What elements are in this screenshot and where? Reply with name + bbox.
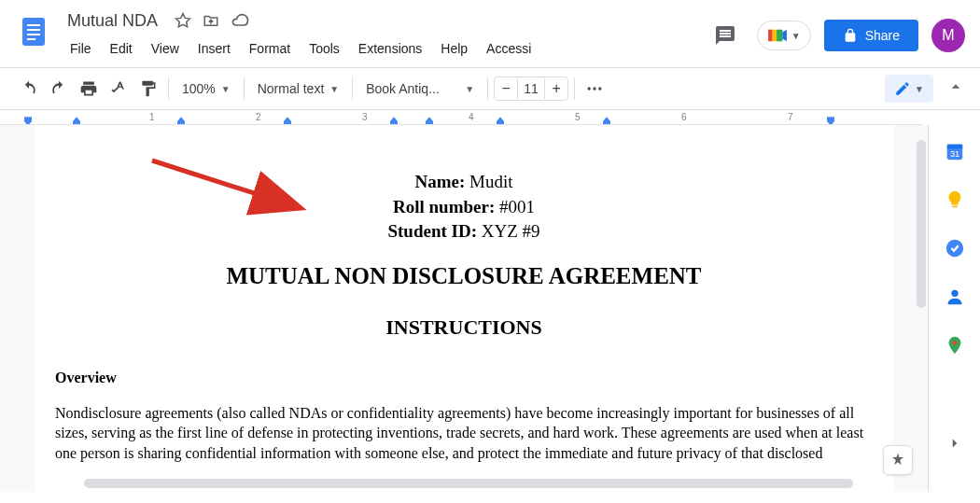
explore-button[interactable] [883, 445, 913, 475]
document-title[interactable]: Mutual NDA [62, 9, 163, 33]
pencil-icon [894, 80, 911, 97]
svg-marker-21 [827, 117, 834, 125]
redo-button[interactable] [45, 75, 73, 103]
move-icon[interactable] [203, 12, 219, 29]
svg-point-11 [593, 87, 595, 90]
svg-rect-0 [22, 18, 45, 46]
chevron-down-icon: ▼ [791, 31, 801, 41]
menu-bar: File Edit View Insert Format Tools Exten… [62, 37, 707, 60]
comment-history-icon[interactable] [707, 17, 744, 54]
svg-marker-16 [284, 117, 291, 125]
svg-marker-5 [176, 14, 190, 27]
svg-rect-7 [772, 30, 777, 42]
doc-instructions-heading[interactable]: INSTRUCTIONS [55, 315, 873, 340]
toolbar: 100%▼ Normal text▼ Book Antiq...▼ − 11 +… [0, 68, 980, 109]
svg-marker-18 [426, 117, 433, 125]
svg-rect-27 [952, 205, 958, 207]
font-size-increase[interactable]: + [545, 77, 567, 100]
svg-rect-4 [27, 38, 35, 40]
menu-help[interactable]: Help [432, 37, 476, 60]
horizontal-scrollbar[interactable] [84, 479, 853, 488]
menu-file[interactable]: File [62, 37, 100, 60]
collapse-toolbar-button[interactable] [946, 77, 965, 100]
side-panel: 31 [928, 125, 980, 492]
svg-marker-15 [177, 117, 185, 125]
menu-extensions[interactable]: Extensions [350, 37, 430, 60]
svg-point-12 [598, 87, 601, 90]
svg-point-10 [588, 87, 591, 90]
menu-insert[interactable]: Insert [189, 37, 239, 60]
spellcheck-button[interactable] [105, 75, 133, 103]
lock-icon [843, 28, 858, 43]
svg-point-29 [951, 290, 958, 297]
star-icon[interactable] [175, 12, 191, 29]
svg-text:31: 31 [949, 149, 959, 159]
maps-icon[interactable] [944, 334, 966, 356]
font-select[interactable]: Book Antiq...▼ [358, 77, 482, 100]
svg-rect-25 [946, 145, 962, 149]
horizontal-ruler[interactable]: 1 2 3 4 5 6 7 [0, 110, 922, 125]
svg-marker-17 [390, 117, 398, 125]
font-size-value[interactable]: 11 [517, 78, 545, 99]
undo-button[interactable] [15, 75, 43, 103]
editing-mode-button[interactable]: ▼ [885, 75, 933, 103]
share-button[interactable]: Share [824, 20, 918, 51]
zoom-select[interactable]: 100%▼ [175, 77, 238, 100]
account-avatar[interactable]: M [931, 19, 965, 52]
tasks-icon[interactable] [944, 237, 966, 259]
svg-point-30 [952, 341, 957, 345]
menu-edit[interactable]: Edit [102, 37, 141, 60]
keep-icon[interactable] [944, 189, 966, 211]
svg-rect-6 [768, 30, 773, 42]
menu-accessibility[interactable]: Accessi [478, 37, 539, 60]
menu-tools[interactable]: Tools [301, 37, 348, 60]
doc-main-title[interactable]: MUTUAL NON DISCLOSURE AGREEMENT [55, 263, 873, 289]
svg-marker-14 [73, 117, 80, 125]
svg-rect-2 [27, 29, 40, 31]
document-canvas[interactable]: Name: Mudit Roll number: #001 Student ID… [0, 125, 928, 492]
paint-format-button[interactable] [134, 75, 162, 103]
svg-marker-8 [777, 30, 782, 42]
menu-view[interactable]: View [143, 37, 188, 60]
show-side-panel-icon[interactable] [944, 432, 966, 454]
docs-logo[interactable] [15, 7, 52, 56]
calendar-icon[interactable]: 31 [944, 140, 966, 162]
share-label: Share [865, 28, 900, 43]
doc-overview-heading[interactable]: Overview [55, 370, 873, 386]
doc-header-id[interactable]: Student ID: XYZ #9 [55, 219, 873, 245]
paragraph-style-select[interactable]: Normal text▼ [250, 77, 346, 100]
svg-rect-1 [27, 24, 40, 26]
font-size-decrease[interactable]: − [495, 77, 517, 100]
svg-rect-3 [27, 34, 40, 35]
meet-button[interactable]: ▼ [757, 21, 811, 50]
vertical-scrollbar[interactable] [917, 140, 926, 308]
menu-format[interactable]: Format [241, 37, 299, 60]
font-size-control: − 11 + [494, 77, 568, 101]
chevron-down-icon: ▼ [915, 84, 924, 94]
svg-marker-9 [782, 30, 787, 42]
doc-body-text[interactable]: Nondisclosure agreements (also called ND… [55, 403, 873, 464]
more-tools-button[interactable] [581, 75, 609, 103]
doc-header-name[interactable]: Name: Mudit [55, 170, 873, 195]
svg-marker-20 [603, 117, 610, 125]
print-button[interactable] [75, 75, 103, 103]
svg-marker-13 [24, 117, 32, 125]
cloud-status-icon[interactable] [231, 11, 249, 30]
svg-marker-19 [497, 117, 504, 125]
contacts-icon[interactable] [944, 286, 966, 308]
doc-header-roll[interactable]: Roll number: #001 [55, 195, 873, 220]
